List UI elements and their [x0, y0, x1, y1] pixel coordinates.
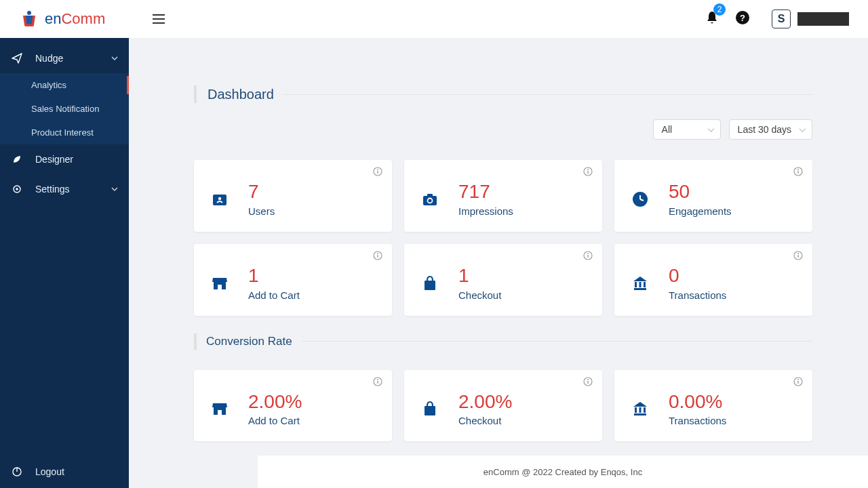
- info-icon[interactable]: [373, 251, 382, 263]
- sidebar-subitem-product-interest[interactable]: Product Interest: [0, 121, 129, 144]
- svg-rect-39: [634, 288, 646, 290]
- avatar[interactable]: S: [772, 9, 791, 28]
- page-title-row: Dashboard: [194, 85, 812, 103]
- user-name-redacted: [797, 12, 849, 26]
- metric-value: 2.00%: [248, 392, 302, 413]
- metric-value: 0.00%: [669, 392, 726, 413]
- conversion-grid: 2.00% Add to Cart 2.00% Checkout: [194, 370, 812, 442]
- info-icon[interactable]: [373, 377, 382, 389]
- info-icon[interactable]: [583, 167, 593, 179]
- metric-value: 2.00%: [458, 392, 512, 413]
- logout-label: Logout: [35, 466, 64, 477]
- metric-label: Engagements: [669, 205, 732, 217]
- svg-point-12: [377, 169, 378, 170]
- page-title: Dashboard: [208, 87, 274, 102]
- svg-point-14: [218, 197, 221, 200]
- sidebar-item-nudge[interactable]: Nudge: [0, 43, 129, 73]
- svg-point-50: [587, 379, 589, 380]
- metric-label: Transactions: [669, 415, 726, 426]
- svg-point-7: [16, 188, 18, 190]
- metric-label: Checkout: [458, 415, 512, 426]
- paper-plane-icon: [11, 53, 23, 64]
- store-icon: [210, 274, 229, 292]
- svg-point-45: [377, 379, 378, 380]
- conversion-card-checkout: 2.00% Checkout: [404, 370, 602, 442]
- svg-point-38: [797, 253, 799, 254]
- logout-icon: [11, 466, 23, 477]
- svg-rect-51: [425, 406, 435, 415]
- users-badge-icon: [210, 190, 229, 208]
- svg-rect-40: [635, 282, 637, 287]
- main-content: Dashboard All Last 30 days 7 Use: [129, 38, 868, 468]
- help-button[interactable]: ?: [735, 10, 750, 28]
- svg-point-29: [377, 253, 378, 254]
- logo[interactable]: enComm: [19, 9, 127, 29]
- sidebar-subitem-sales-notification[interactable]: Sales Notification: [0, 97, 129, 121]
- metric-card-users: 7 Users: [194, 160, 392, 232]
- bank-icon: [631, 274, 650, 292]
- metric-label: Transactions: [669, 289, 726, 301]
- svg-rect-19: [427, 194, 433, 197]
- help-icon: ?: [735, 10, 750, 25]
- metric-card-checkout: 1 Checkout: [404, 244, 602, 316]
- svg-rect-56: [635, 407, 637, 413]
- menu-toggle-icon[interactable]: [152, 14, 165, 24]
- metric-card-transactions: 0 Transactions: [614, 244, 812, 316]
- bank-icon: [631, 400, 650, 418]
- leaf-icon: [11, 154, 23, 165]
- sidebar: Nudge Analytics Sales Notification Produ…: [0, 38, 129, 488]
- svg-text:?: ?: [740, 13, 745, 23]
- notification-badge: 2: [713, 3, 726, 16]
- svg-rect-55: [634, 413, 646, 415]
- sidebar-subitem-label: Analytics: [31, 80, 66, 90]
- info-icon[interactable]: [793, 251, 803, 263]
- logout-button[interactable]: Logout: [0, 455, 129, 488]
- sidebar-item-label: Designer: [35, 154, 73, 165]
- sidebar-subitem-analytics[interactable]: Analytics: [0, 73, 129, 97]
- scope-filter-select[interactable]: All: [653, 119, 721, 140]
- sidebar-item-settings[interactable]: Settings: [0, 174, 129, 204]
- metric-value: 7: [248, 182, 275, 203]
- metric-label: Checkout: [458, 289, 501, 301]
- chevron-down-icon: [111, 53, 118, 64]
- sidebar-subitem-label: Product Interest: [31, 127, 94, 138]
- metric-label: Impressions: [458, 205, 513, 217]
- svg-rect-42: [644, 282, 646, 287]
- metric-value: 0: [669, 266, 726, 287]
- conversion-card-transactions: 0.00% Transactions: [614, 370, 812, 442]
- svg-rect-47: [218, 410, 222, 415]
- info-icon[interactable]: [793, 167, 803, 179]
- conversion-section-header: Conversion Rate: [194, 333, 812, 350]
- notifications-button[interactable]: 2: [705, 10, 719, 28]
- svg-point-54: [797, 379, 799, 380]
- metric-card-impressions: 717 Impressions: [404, 160, 602, 232]
- footer: enComm @ 2022 Created by Enqos, Inc: [258, 455, 868, 488]
- camera-icon: [420, 191, 439, 207]
- sidebar-item-label: Settings: [35, 184, 70, 195]
- svg-rect-31: [218, 285, 222, 289]
- svg-rect-35: [425, 281, 435, 290]
- info-icon[interactable]: [793, 377, 803, 389]
- footer-text: enComm @ 2022 Created by Enqos, Inc: [484, 467, 642, 477]
- sidebar-subitem-label: Sales Notification: [31, 104, 99, 114]
- conversion-card-add-to-cart: 2.00% Add to Cart: [194, 370, 392, 442]
- topbar: enComm 2 ? S: [0, 0, 868, 38]
- svg-rect-57: [639, 407, 642, 413]
- sidebar-item-designer[interactable]: Designer: [0, 144, 129, 174]
- metric-label: Add to Cart: [248, 289, 300, 301]
- info-icon[interactable]: [373, 167, 382, 179]
- metric-card-add-to-cart: 1 Add to Cart: [194, 244, 392, 316]
- metrics-grid: 7 Users 717 Impressions: [194, 160, 812, 316]
- store-icon: [210, 400, 229, 418]
- metric-value: 717: [458, 182, 513, 203]
- svg-point-34: [587, 253, 589, 254]
- gear-icon: [11, 184, 23, 195]
- svg-rect-41: [639, 282, 642, 287]
- info-icon[interactable]: [583, 251, 593, 263]
- section-title: Conversion Rate: [206, 335, 292, 348]
- metric-card-engagements: 50 Engagements: [614, 160, 812, 232]
- date-range-select[interactable]: Last 30 days: [729, 119, 812, 140]
- info-icon[interactable]: [583, 377, 593, 389]
- svg-rect-58: [644, 407, 646, 413]
- sidebar-item-label: Nudge: [35, 53, 63, 64]
